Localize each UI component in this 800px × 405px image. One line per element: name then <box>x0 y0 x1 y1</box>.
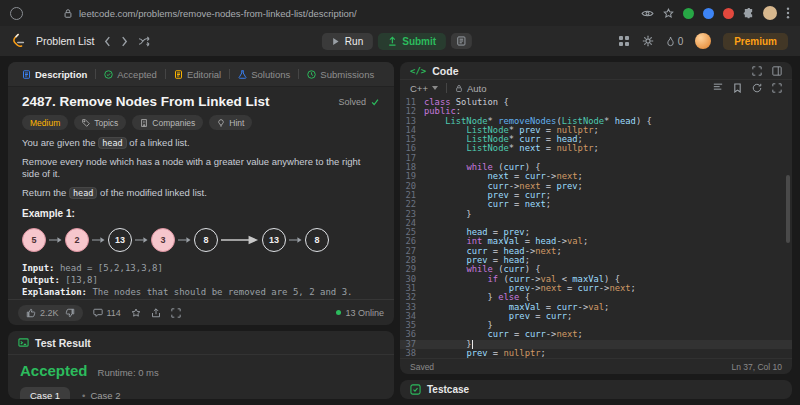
upload-icon <box>388 36 397 46</box>
tag-icon <box>82 119 90 127</box>
example-io-block: Input: head = [5,2,13,3,8] Output: [13,8… <box>22 262 380 299</box>
next-problem-icon[interactable] <box>121 36 128 47</box>
toolbar-divider <box>446 83 447 93</box>
editor-statusbar: Saved Ln 37, Col 10 <box>400 358 792 374</box>
code-line[interactable]: 16 ListNode* next = nullptr; <box>400 144 792 153</box>
online-count: 13 Online <box>336 308 384 318</box>
extension-red-icon[interactable] <box>723 8 734 19</box>
bookmark-icon[interactable] <box>733 83 742 93</box>
tab-description[interactable]: Description <box>14 69 95 80</box>
linked-list-diagram: 521338138 <box>22 225 380 255</box>
test-result-title: Test Result <box>35 337 91 349</box>
terminal-icon <box>18 337 29 348</box>
right-column: </> Code C++ Auto <box>400 62 792 399</box>
extensions-puzzle-icon[interactable] <box>743 8 754 19</box>
testcase-check-icon <box>410 384 421 395</box>
run-button[interactable]: Run <box>322 33 373 50</box>
editorial-doc-icon <box>174 70 183 79</box>
test-result-header: Test Result <box>8 331 394 355</box>
auto-toggle[interactable]: Auto <box>455 83 487 94</box>
tab-accepted[interactable]: Accepted <box>96 69 165 80</box>
badge-row: Medium Topics Companies Hint <box>22 115 380 130</box>
list-node: 8 <box>305 228 329 252</box>
hint-badge[interactable]: Hint <box>209 115 252 130</box>
main-workspace: Description Accepted Editorial <box>0 56 800 405</box>
premium-button[interactable]: Premium <box>723 33 788 50</box>
prev-problem-icon[interactable] <box>104 36 111 47</box>
shuffle-icon[interactable] <box>138 36 151 47</box>
left-column: Description Accepted Editorial <box>8 62 394 399</box>
bookmark-star-icon[interactable] <box>663 8 674 19</box>
building-icon <box>140 119 148 127</box>
flask-icon <box>238 70 247 79</box>
extension-blue-icon[interactable] <box>703 8 714 19</box>
streak-counter[interactable]: 0 <box>666 36 684 47</box>
problem-statement-2: Remove every node which has a node with … <box>22 156 380 180</box>
inline-code: head <box>69 187 97 199</box>
user-avatar[interactable] <box>695 33 711 49</box>
list-node: 5 <box>22 228 46 252</box>
reset-icon[interactable] <box>752 83 762 93</box>
panel-layout-icon[interactable] <box>772 66 782 76</box>
inline-code: head <box>98 137 126 149</box>
comments-button[interactable]: 114 <box>93 308 121 318</box>
online-dot-icon <box>336 310 341 315</box>
address-bar[interactable]: leetcode.com/problems/remove-nodes-from-… <box>31 8 633 19</box>
note-icon <box>457 36 466 46</box>
tab-search-icon[interactable] <box>10 7 23 20</box>
expand-editor-icon[interactable] <box>772 83 782 93</box>
arrow-icon <box>135 235 148 245</box>
big-arrow-icon <box>221 234 259 246</box>
thumbs-up-icon <box>26 308 36 318</box>
reading-mode-icon[interactable] <box>641 8 654 19</box>
browser-menu-icon[interactable] <box>786 7 790 19</box>
tab-solutions[interactable]: Solutions <box>230 69 298 80</box>
share-button[interactable] <box>151 308 161 318</box>
flame-icon <box>666 36 675 47</box>
description-content: 2487. Remove Nodes From Linked List Solv… <box>8 87 394 299</box>
dislike-button[interactable] <box>65 308 75 318</box>
favorite-button[interactable] <box>131 308 141 318</box>
example-input: Input: head = [5,2,13,3,8] <box>22 262 380 274</box>
problem-list-link[interactable]: Problem List <box>36 35 94 47</box>
comment-icon <box>93 308 103 318</box>
settings-gear-icon[interactable] <box>642 35 654 47</box>
code-icon: </> <box>410 66 426 76</box>
share-icon <box>151 308 161 318</box>
lock-small-icon <box>455 84 463 93</box>
example-explanation: Explanation: The nodes that should be re… <box>22 286 380 298</box>
result-status: Accepted <box>20 362 88 379</box>
problem-statement-3: Return the head of the modified linked l… <box>22 187 380 199</box>
leetcode-logo-icon[interactable] <box>12 33 26 49</box>
difficulty-badge[interactable]: Medium <box>22 115 68 130</box>
thumbs-down-icon <box>65 308 75 318</box>
arrow-icon <box>49 235 62 245</box>
browser-profile-avatar[interactable] <box>763 6 777 20</box>
url-text: leetcode.com/problems/remove-nodes-from-… <box>79 8 357 19</box>
notes-button[interactable] <box>451 33 472 49</box>
companies-badge[interactable]: Companies <box>132 115 203 130</box>
run-submit-group: Run Submit <box>322 33 472 50</box>
extension-green-icon[interactable] <box>683 8 694 19</box>
case-1-tab[interactable]: Case 1 <box>20 387 70 399</box>
case-2-tab[interactable]: Case 2 <box>82 390 120 399</box>
layout-grid-icon[interactable] <box>618 35 630 47</box>
fullscreen-button[interactable] <box>171 308 181 318</box>
code-line[interactable]: 23 } <box>400 210 792 219</box>
description-panel: Description Accepted Editorial <box>8 62 394 325</box>
maximize-icon[interactable] <box>752 66 762 76</box>
language-selector[interactable]: C++ <box>410 83 438 94</box>
like-button[interactable]: 2.2K <box>26 308 59 318</box>
case-tabs: Case 1 Case 2 <box>20 387 382 399</box>
code-editor[interactable]: 11class Solution {12public:13 ListNode* … <box>400 96 792 358</box>
editor-scrollbar[interactable] <box>786 175 790 243</box>
submit-button[interactable]: Submit <box>378 33 446 50</box>
code-header-icons <box>752 66 782 76</box>
chevron-down-icon <box>432 86 438 90</box>
tab-editorial[interactable]: Editorial <box>166 69 229 80</box>
tab-submissions[interactable]: Submissions <box>299 69 382 80</box>
testcase-panel[interactable]: Testcase <box>400 380 792 399</box>
cursor-position[interactable]: Ln 37, Col 10 <box>731 362 782 372</box>
topics-badge[interactable]: Topics <box>74 115 126 130</box>
format-icon[interactable] <box>713 83 723 92</box>
